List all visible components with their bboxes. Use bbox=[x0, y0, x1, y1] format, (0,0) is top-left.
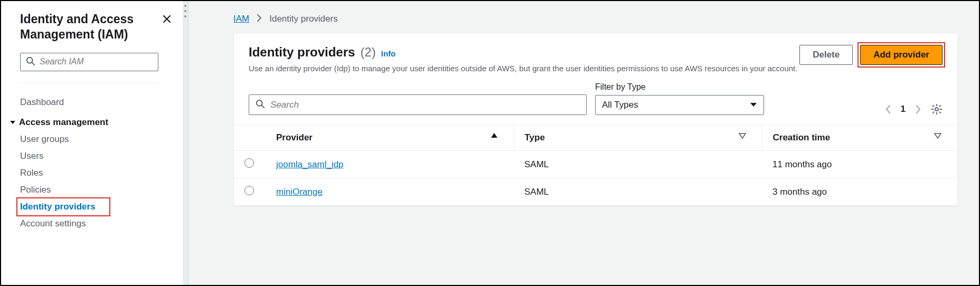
svg-point-2 bbox=[257, 100, 262, 106]
sidebar: Identity and Access Management (IAM) Das… bbox=[1, 1, 189, 285]
main-content: IAM Identity providers Identity provider… bbox=[189, 1, 979, 285]
caret-down-icon bbox=[10, 119, 16, 126]
delete-button[interactable]: Delete bbox=[799, 45, 853, 65]
svg-line-3 bbox=[262, 106, 265, 108]
breadcrumb-root[interactable]: IAM bbox=[233, 14, 249, 24]
col-header-creation[interactable]: Creation time bbox=[762, 125, 957, 151]
close-icon[interactable] bbox=[162, 12, 172, 26]
nav-identity-providers[interactable]: Identity providers bbox=[20, 198, 96, 215]
svg-line-1 bbox=[32, 62, 34, 65]
sidebar-title: Identity and Access Management (IAM) bbox=[20, 12, 162, 42]
divider bbox=[20, 83, 158, 83]
col-header-creation-label: Creation time bbox=[773, 132, 831, 142]
row-creation: 11 months ago bbox=[762, 151, 957, 178]
panel: Identity providers (2) Info Use an ident… bbox=[233, 33, 958, 206]
sort-neutral-icon bbox=[934, 132, 941, 139]
nav-roles[interactable]: Roles bbox=[20, 165, 172, 182]
table-search-input[interactable] bbox=[270, 100, 580, 110]
row-type: SAML bbox=[514, 178, 762, 206]
pagination: 1 bbox=[885, 103, 943, 115]
col-header-type[interactable]: Type bbox=[514, 125, 762, 151]
provider-link[interactable]: miniOrange bbox=[276, 187, 323, 197]
table-search[interactable] bbox=[249, 94, 587, 115]
table-row: miniOrange SAML 3 months ago bbox=[234, 178, 957, 206]
row-radio[interactable] bbox=[244, 158, 254, 168]
row-radio[interactable] bbox=[244, 186, 254, 195]
nav-section-access-management[interactable]: Access management bbox=[10, 112, 172, 131]
breadcrumb: IAM Identity providers bbox=[189, 1, 979, 33]
panel-title: Identity providers bbox=[249, 45, 355, 60]
grip-icon bbox=[184, 3, 187, 19]
caret-down-icon bbox=[750, 100, 757, 110]
col-header-provider-label: Provider bbox=[276, 132, 313, 142]
info-link[interactable]: Info bbox=[381, 49, 396, 58]
panel-description: Use an identity provider (Idp) to manage… bbox=[249, 64, 797, 73]
filter-type-select[interactable]: All Types bbox=[595, 95, 764, 115]
panel-count: (2) bbox=[360, 45, 375, 60]
nav-policies[interactable]: Policies bbox=[20, 182, 172, 198]
filter-label: Filter by Type bbox=[595, 82, 764, 92]
nav-users[interactable]: Users bbox=[20, 148, 172, 165]
sort-asc-icon bbox=[491, 132, 498, 139]
svg-point-0 bbox=[27, 57, 33, 63]
filter-selected-value: All Types bbox=[602, 100, 638, 110]
search-icon bbox=[256, 99, 265, 110]
provider-link[interactable]: joomla_saml_idp bbox=[276, 159, 344, 169]
table-row: joomla_saml_idp SAML 11 months ago bbox=[234, 151, 957, 178]
sidebar-search-input[interactable] bbox=[40, 57, 153, 66]
col-header-type-label: Type bbox=[525, 132, 545, 142]
page-number: 1 bbox=[901, 104, 906, 115]
search-icon bbox=[26, 56, 35, 68]
add-provider-button[interactable]: Add provider bbox=[860, 45, 943, 65]
breadcrumb-current: Identity providers bbox=[269, 14, 337, 24]
page-prev-button[interactable] bbox=[885, 104, 891, 114]
svg-point-4 bbox=[935, 108, 938, 111]
sort-neutral-icon bbox=[739, 132, 746, 139]
col-header-provider[interactable]: Provider bbox=[266, 125, 514, 151]
row-type: SAML bbox=[514, 151, 762, 178]
nav-account-settings[interactable]: Account settings bbox=[20, 215, 172, 232]
row-creation: 3 months ago bbox=[762, 178, 957, 206]
nav-dashboard[interactable]: Dashboard bbox=[20, 93, 172, 112]
chevron-right-icon bbox=[257, 14, 262, 24]
providers-table: Provider Type Creation tim bbox=[234, 125, 957, 205]
nav-section-label: Access management bbox=[19, 117, 108, 128]
resize-handle[interactable] bbox=[183, 1, 188, 285]
page-next-button[interactable] bbox=[915, 104, 921, 114]
settings-button[interactable] bbox=[931, 103, 943, 115]
nav-user-groups[interactable]: User groups bbox=[20, 131, 172, 148]
sidebar-search[interactable] bbox=[20, 53, 158, 71]
